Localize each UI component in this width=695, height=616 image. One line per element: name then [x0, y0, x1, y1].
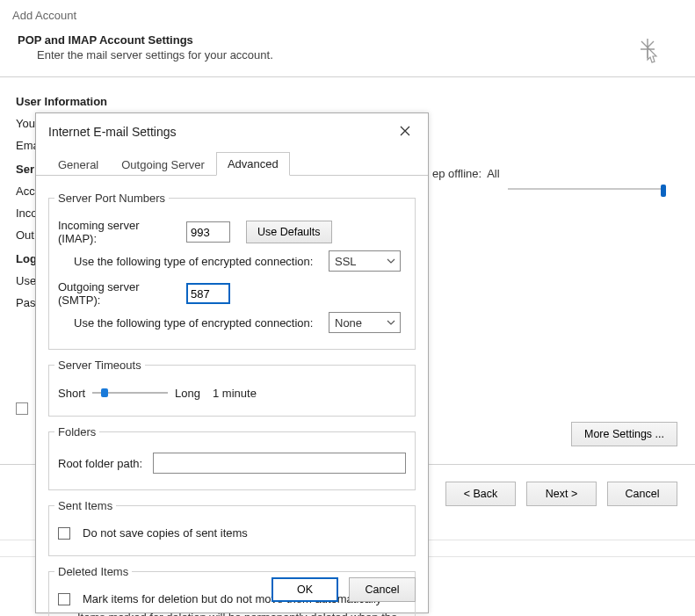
group-legend-deleted: Deleted Items [54, 565, 132, 578]
group-timeouts: Server Timeouts Short Long 1 minute [48, 359, 416, 417]
tabstrip: General Outgoing Server Advanced [36, 151, 428, 176]
timeout-slider[interactable] [92, 386, 168, 400]
dialog-footer: OK Cancel [271, 577, 416, 602]
ok-button[interactable]: OK [271, 577, 338, 602]
more-settings-button[interactable]: More Settings ... [571, 422, 677, 446]
offline-label: ep offline: [432, 167, 481, 180]
incoming-encryption-value: SSL [335, 255, 357, 268]
root-folder-input[interactable] [153, 453, 406, 474]
group-sent-items: Sent Items Do not save copies of sent it… [48, 499, 416, 556]
outgoing-port-input[interactable] [186, 283, 230, 304]
no-save-label: Do not save copies of sent items [83, 526, 248, 540]
wizard-footer: < Back Next > Cancel [445, 482, 677, 506]
window-title: Add Account [12, 9, 76, 22]
use-defaults-button[interactable]: Use Defaults [246, 221, 332, 243]
dialog-titlebar: Internet E-mail Settings [36, 113, 428, 146]
dialog-title: Internet E-mail Settings [48, 125, 177, 139]
cancel-button[interactable]: Cancel [607, 482, 677, 506]
timeout-value: 1 minute [213, 387, 257, 400]
dialog-body: Server Port Numbers Incoming server (IMA… [36, 176, 428, 616]
slider-thumb[interactable] [661, 185, 666, 197]
group-legend-folders: Folders [54, 425, 99, 438]
cancel-button[interactable]: Cancel [349, 577, 416, 602]
timeout-long-label: Long [175, 387, 200, 400]
close-icon[interactable] [396, 122, 414, 141]
group-legend-sent: Sent Items [54, 499, 116, 512]
cursor-icon [635, 33, 660, 66]
slider-thumb[interactable] [101, 388, 108, 397]
incoming-encryption-select[interactable]: SSL [329, 250, 401, 272]
section-user-info: User Information [16, 95, 679, 108]
mark-delete-help: Items marked for deletion will be perman… [77, 611, 406, 616]
back-button[interactable]: < Back [445, 482, 516, 506]
tab-general[interactable]: General [47, 153, 110, 176]
outgoing-port-label: Outgoing server (SMTP): [58, 280, 179, 307]
root-folder-label: Root folder path: [58, 457, 146, 470]
add-account-titlebar: Add Account [0, 0, 695, 28]
outgoing-encryption-label: Use the following type of encrypted conn… [74, 316, 322, 330]
mark-delete-checkbox[interactable] [58, 593, 70, 605]
offline-value: All [487, 167, 499, 180]
incoming-port-label: Incoming server (IMAP): [58, 219, 179, 245]
chevron-down-icon [386, 317, 396, 328]
outgoing-encryption-value: None [335, 316, 362, 330]
next-button[interactable]: Next > [526, 482, 597, 506]
page-title: POP and IMAP Account Settings [18, 33, 273, 47]
email-settings-dialog: Internet E-mail Settings General Outgoin… [35, 112, 429, 613]
offline-setting: ep offline: All [432, 167, 500, 180]
group-legend-ports: Server Port Numbers [54, 192, 169, 205]
remember-checkbox[interactable] [16, 402, 28, 415]
chevron-down-icon [386, 256, 396, 266]
group-server-ports: Server Port Numbers Incoming server (IMA… [48, 192, 416, 350]
outgoing-encryption-select[interactable]: None [329, 312, 401, 333]
add-account-subhead: POP and IMAP Account Settings Enter the … [0, 28, 695, 76]
group-legend-timeouts: Server Timeouts [54, 359, 145, 372]
incoming-encryption-label: Use the following type of encrypted conn… [74, 255, 322, 268]
no-save-checkbox[interactable] [58, 527, 70, 540]
group-folders: Folders Root folder path: [48, 425, 416, 490]
tab-advanced[interactable]: Advanced [216, 152, 290, 176]
incoming-port-input[interactable] [186, 221, 230, 243]
tab-outgoing-server[interactable]: Outgoing Server [110, 153, 216, 176]
page-subtitle: Enter the mail server settings for your … [37, 48, 273, 62]
timeout-short-label: Short [58, 387, 85, 400]
offline-slider[interactable] [508, 183, 666, 195]
